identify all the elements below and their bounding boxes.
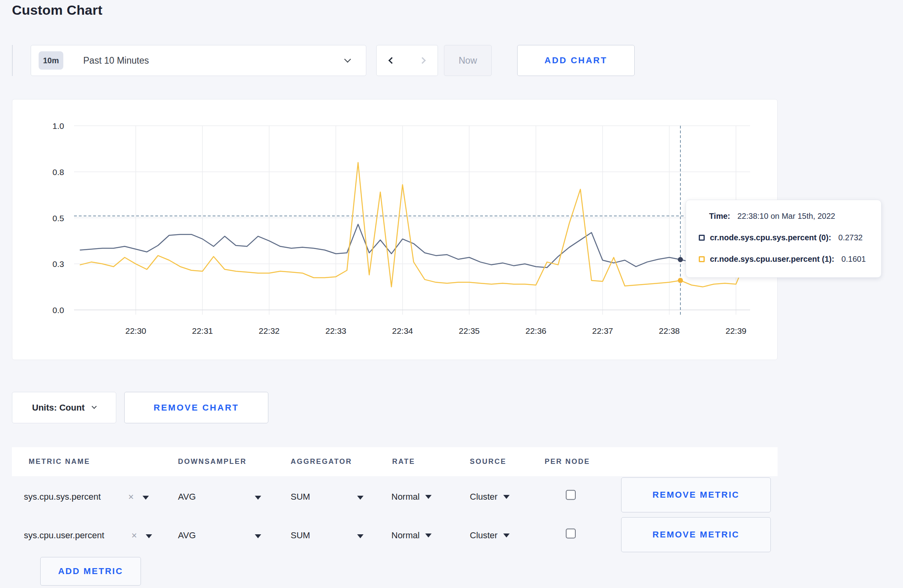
series-swatch-icon: [699, 235, 705, 241]
aggregator-dropdown-arrow[interactable]: [357, 496, 364, 500]
column-header-downsampler: DOWNSAMPLER: [178, 447, 247, 476]
column-header-per-node: PER NODE: [545, 447, 590, 476]
dropdown-arrow-icon: [143, 496, 149, 500]
aggregator-dropdown[interactable]: SUM: [291, 492, 310, 502]
remove-tag-icon[interactable]: ×: [131, 530, 137, 541]
downsampler-dropdown[interactable]: AVG: [178, 492, 196, 502]
remove-metric-button[interactable]: REMOVE METRIC: [621, 517, 771, 552]
time-window-dropdown[interactable]: 10m Past 10 Minutes: [31, 45, 366, 76]
time-prev-button[interactable]: [376, 45, 407, 76]
dropdown-arrow-icon: [255, 496, 261, 500]
time-window-badge: 10m: [39, 51, 63, 70]
svg-text:22:31: 22:31: [192, 326, 213, 335]
dropdown-arrow-icon: [255, 534, 261, 538]
chart-card: 22:3022:3122:3222:3322:3422:3522:3622:37…: [12, 99, 778, 360]
tooltip-series-label: cr.node.sys.cpu.sys.percent (0):: [710, 233, 831, 242]
tooltip-series-row: cr.node.sys.cpu.sys.percent (0): 0.2732: [699, 230, 876, 245]
remove-tag-icon[interactable]: ×: [128, 491, 134, 502]
tooltip-series-label: cr.node.sys.cpu.user.percent (1):: [710, 255, 834, 264]
add-metric-button[interactable]: ADD METRIC: [40, 557, 141, 586]
column-header-rate: RATE: [392, 447, 415, 476]
rate-dropdown[interactable]: Normal: [391, 492, 432, 502]
series-swatch-icon: [699, 256, 705, 262]
now-button[interactable]: Now: [444, 45, 492, 76]
svg-text:0.5: 0.5: [53, 214, 64, 223]
tooltip-series-row: cr.node.sys.cpu.user.percent (1): 0.1601: [699, 251, 876, 267]
aggregator-dropdown[interactable]: SUM: [291, 530, 310, 541]
svg-text:22:33: 22:33: [325, 326, 346, 335]
chart-tooltip: Time: 22:38:10 on Mar 15th, 2022 cr.node…: [686, 200, 882, 278]
svg-text:0.8: 0.8: [53, 167, 64, 177]
svg-text:22:39: 22:39: [725, 326, 747, 335]
tooltip-time-label: Time:: [709, 212, 730, 221]
tooltip-series-value: 0.2732: [838, 233, 863, 242]
metric-name-dropdown[interactable]: [146, 534, 152, 538]
dropdown-arrow-icon: [425, 495, 432, 499]
svg-text:22:32: 22:32: [259, 326, 280, 335]
svg-text:22:38: 22:38: [659, 326, 680, 335]
rate-value: Normal: [391, 492, 420, 502]
metric-name-value[interactable]: sys.cpu.user.percent: [24, 530, 104, 541]
svg-text:22:36: 22:36: [526, 326, 547, 335]
tooltip-time-value: 22:38:10 on Mar 15th, 2022: [737, 212, 835, 221]
source-dropdown[interactable]: Cluster: [470, 492, 510, 502]
column-header-source: SOURCE: [470, 447, 506, 476]
toolbar-divider: [12, 45, 13, 76]
aggregator-dropdown-arrow[interactable]: [357, 534, 364, 538]
column-header-metric-name: METRIC NAME: [29, 447, 90, 476]
svg-text:22:35: 22:35: [459, 326, 480, 335]
add-chart-button[interactable]: ADD CHART: [517, 45, 635, 76]
chevron-down-icon: [344, 56, 351, 63]
remove-metric-button[interactable]: REMOVE METRIC: [621, 477, 771, 512]
units-dropdown[interactable]: Units: Count: [12, 392, 116, 423]
per-node-checkbox[interactable]: [566, 529, 576, 539]
svg-text:0.3: 0.3: [53, 259, 64, 269]
dropdown-arrow-icon: [357, 534, 364, 538]
time-window-label: Past 10 Minutes: [83, 55, 149, 66]
column-header-aggregator: AGGREGATOR: [291, 447, 352, 476]
svg-text:1.0: 1.0: [53, 121, 64, 130]
cpu-usage-chart[interactable]: 22:3022:3122:3222:3322:3422:3522:3622:37…: [12, 99, 777, 360]
downsampler-dropdown-arrow[interactable]: [255, 534, 261, 538]
dropdown-arrow-icon: [357, 496, 364, 500]
source-value: Cluster: [470, 530, 498, 541]
metrics-table-header: METRIC NAME DOWNSAMPLER AGGREGATOR RATE …: [12, 447, 778, 476]
rate-dropdown[interactable]: Normal: [391, 530, 432, 541]
page-title: Custom Chart: [12, 2, 102, 18]
dropdown-arrow-icon: [503, 495, 510, 499]
svg-text:22:34: 22:34: [392, 326, 413, 335]
dropdown-arrow-icon: [425, 533, 432, 537]
metric-name-dropdown[interactable]: [143, 496, 149, 500]
tooltip-time-row: Time: 22:38:10 on Mar 15th, 2022: [709, 208, 876, 224]
svg-text:22:30: 22:30: [125, 326, 147, 335]
source-dropdown[interactable]: Cluster: [470, 530, 510, 541]
rate-value: Normal: [391, 530, 420, 541]
downsampler-dropdown-arrow[interactable]: [255, 496, 261, 500]
metric-name-value[interactable]: sys.cpu.sys.percent: [24, 492, 101, 502]
custom-chart-page: Custom Chart 10m Past 10 Minutes Now ADD…: [0, 0, 903, 588]
time-next-button[interactable]: [407, 45, 438, 76]
svg-text:0.0: 0.0: [53, 306, 64, 315]
dropdown-arrow-icon: [146, 534, 152, 538]
downsampler-dropdown[interactable]: AVG: [178, 530, 196, 541]
source-value: Cluster: [470, 492, 498, 502]
chevron-down-icon: [92, 404, 97, 409]
remove-chart-button[interactable]: REMOVE CHART: [124, 392, 268, 423]
units-label: Units: Count: [32, 403, 85, 413]
per-node-checkbox[interactable]: [566, 490, 576, 500]
svg-text:22:37: 22:37: [592, 326, 613, 335]
dropdown-arrow-icon: [503, 533, 510, 537]
chevron-left-icon: [389, 57, 395, 64]
chevron-right-icon: [419, 57, 426, 64]
tooltip-series-value: 0.1601: [841, 255, 866, 264]
